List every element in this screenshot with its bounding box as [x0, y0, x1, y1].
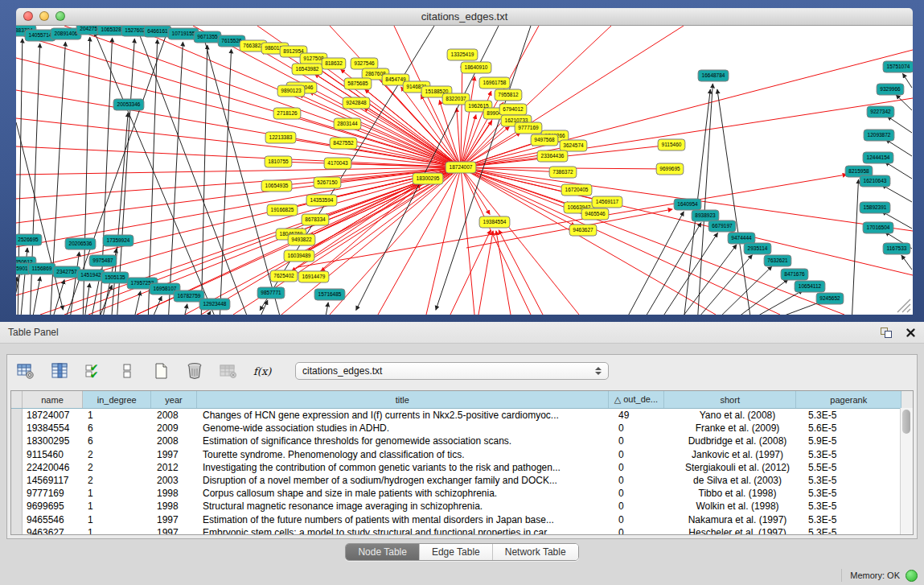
- network-node[interactable]: 20206536: [65, 238, 96, 249]
- network-node[interactable]: 15892391: [860, 202, 890, 213]
- network-node[interactable]: 9497568: [531, 134, 558, 146]
- network-node[interactable]: 19384554: [479, 216, 510, 228]
- network-node[interactable]: 12093872: [864, 130, 894, 141]
- network-node[interactable]: 18640910: [461, 62, 491, 73]
- tab-edge-table[interactable]: Edge Table: [419, 544, 492, 560]
- network-node[interactable]: 1810755: [265, 156, 292, 167]
- network-node[interactable]: 9115460: [658, 139, 685, 150]
- column-header-out_de[interactable]: △ out_de...: [609, 391, 664, 408]
- delete-table-button[interactable]: [216, 360, 240, 382]
- network-node[interactable]: 7632621: [764, 255, 791, 266]
- network-node[interactable]: 17359924: [103, 235, 133, 246]
- table-row[interactable]: 911546021997Tourette syndrome. Phenomeno…: [11, 448, 913, 461]
- network-node[interactable]: 23364436: [537, 150, 568, 162]
- scrollbar-thumb[interactable]: [902, 410, 910, 434]
- network-node[interactable]: 7386372: [549, 167, 577, 178]
- column-header-name[interactable]: name: [23, 391, 83, 408]
- network-node[interactable]: 1640954: [674, 199, 701, 210]
- network-node[interactable]: 9474444: [728, 233, 755, 244]
- network-node[interactable]: 15751074: [883, 61, 913, 72]
- network-node[interactable]: 9329966: [877, 84, 904, 95]
- network-node[interactable]: 10654112: [795, 281, 825, 292]
- network-node[interactable]: 818632: [322, 58, 346, 69]
- network-node[interactable]: 12213383: [265, 132, 296, 143]
- network-window-titlebar[interactable]: citations_edges.txt: [16, 8, 913, 26]
- network-node[interactable]: 16914479: [298, 271, 329, 282]
- network-node[interactable]: 9493822: [288, 234, 315, 245]
- network-node[interactable]: 1451942: [77, 270, 105, 281]
- network-node[interactable]: 9699695: [656, 163, 684, 175]
- table-row[interactable]: 2242004622012Investigating the contribut…: [11, 461, 913, 474]
- table-row[interactable]: 1872400712008Changes of HCN gene express…: [11, 409, 913, 422]
- column-header-year[interactable]: year: [151, 391, 196, 408]
- network-node[interactable]: 10654935: [261, 180, 292, 192]
- network-node[interactable]: 2803144: [334, 118, 361, 130]
- network-node[interactable]: 16648784: [698, 70, 729, 81]
- network-node[interactable]: 4170043: [324, 158, 351, 169]
- select-all-rows-button[interactable]: ✔✔: [81, 360, 105, 382]
- network-node[interactable]: 16210643: [860, 175, 890, 187]
- network-node[interactable]: 2526695: [16, 234, 42, 245]
- network-node[interactable]: 8471676: [781, 269, 808, 280]
- network-node[interactable]: 7955812: [495, 89, 522, 101]
- minimize-button[interactable]: [39, 11, 49, 21]
- network-node[interactable]: 16961758: [479, 77, 510, 89]
- show-columns-button[interactable]: [47, 360, 72, 382]
- create-new-column-button[interactable]: [149, 360, 173, 382]
- network-node[interactable]: 16720405: [561, 184, 592, 196]
- function-builder-button[interactable]: f(x): [250, 360, 274, 382]
- network-node[interactable]: 14353594: [306, 195, 337, 206]
- network-node[interactable]: 17016504: [863, 222, 893, 233]
- deselect-all-rows-button[interactable]: [115, 360, 139, 382]
- network-node[interactable]: 2342757: [53, 266, 80, 278]
- float-panel-icon[interactable]: [880, 327, 893, 339]
- network-node[interactable]: 6679197: [708, 220, 736, 232]
- network-node[interactable]: 9227342: [867, 106, 894, 117]
- network-node[interactable]: 9242848: [343, 97, 370, 109]
- vertical-scrollbar[interactable]: [900, 408, 913, 534]
- network-graph[interactable]: 1883704140557142089140620427541065328715…: [16, 26, 913, 315]
- network-node[interactable]: 3624574: [560, 140, 587, 151]
- table-row[interactable]: 969969511998Structural magnetic resonanc…: [11, 500, 913, 513]
- network-node[interactable]: 16543982: [292, 64, 322, 75]
- delete-column-button[interactable]: [183, 360, 207, 382]
- network-hub-node[interactable]: 18724007: [446, 162, 476, 173]
- column-header-title[interactable]: title: [197, 391, 609, 408]
- network-canvas[interactable]: 1883704140557142089140620427541065328715…: [16, 26, 913, 315]
- network-node[interactable]: 1505135: [101, 272, 129, 283]
- canvas-resize-grip[interactable]: [897, 299, 910, 312]
- table-row[interactable]: 946554611997Estimation of the future num…: [11, 513, 913, 526]
- column-header-short[interactable]: short: [664, 391, 796, 408]
- network-node[interactable]: 19166825: [267, 204, 298, 216]
- tab-network-table[interactable]: Network Table: [492, 544, 578, 560]
- table-row[interactable]: 1830029562008Estimation of significance …: [11, 435, 913, 447]
- network-node[interactable]: 14569117: [592, 196, 622, 208]
- network-node[interactable]: 1167533: [883, 243, 910, 254]
- network-node[interactable]: 8938923: [692, 210, 719, 221]
- network-node[interactable]: 9857771: [257, 287, 285, 299]
- network-node[interactable]: 6794012: [499, 104, 527, 115]
- network-node[interactable]: 9890123: [277, 85, 305, 97]
- network-node[interactable]: 9327546: [351, 58, 378, 69]
- network-node[interactable]: 16039489: [284, 250, 314, 262]
- table-row[interactable]: 1938455462009Genome-wide association stu…: [11, 422, 913, 435]
- column-header-in_degree[interactable]: in_degree: [83, 391, 151, 408]
- network-node[interactable]: 2718126: [273, 108, 301, 119]
- table-mode-button[interactable]: [14, 360, 38, 382]
- close-panel-icon[interactable]: [906, 328, 916, 338]
- network-node[interactable]: 9671355: [194, 31, 221, 43]
- network-node[interactable]: 9463627: [569, 225, 597, 236]
- network-node[interactable]: 13325419: [447, 49, 478, 60]
- tab-node-table[interactable]: Node Table: [346, 544, 419, 560]
- table-row[interactable]: 1456911722003Disruption of a novel membe…: [11, 474, 913, 487]
- network-node[interactable]: 7625402: [270, 270, 298, 282]
- network-node[interactable]: 2935114: [744, 243, 771, 254]
- network-node[interactable]: 9975487: [89, 255, 117, 266]
- network-node[interactable]: 9245652: [816, 293, 844, 304]
- network-node[interactable]: 8427552: [330, 138, 357, 149]
- table-row[interactable]: 946362711997Embryonic stem cells: a mode…: [11, 526, 913, 535]
- network-node[interactable]: 5267150: [314, 177, 341, 188]
- network-node[interactable]: 9465546: [581, 208, 609, 220]
- column-header-pagerank[interactable]: pagerank: [796, 391, 901, 408]
- network-node[interactable]: 20053346: [113, 99, 144, 110]
